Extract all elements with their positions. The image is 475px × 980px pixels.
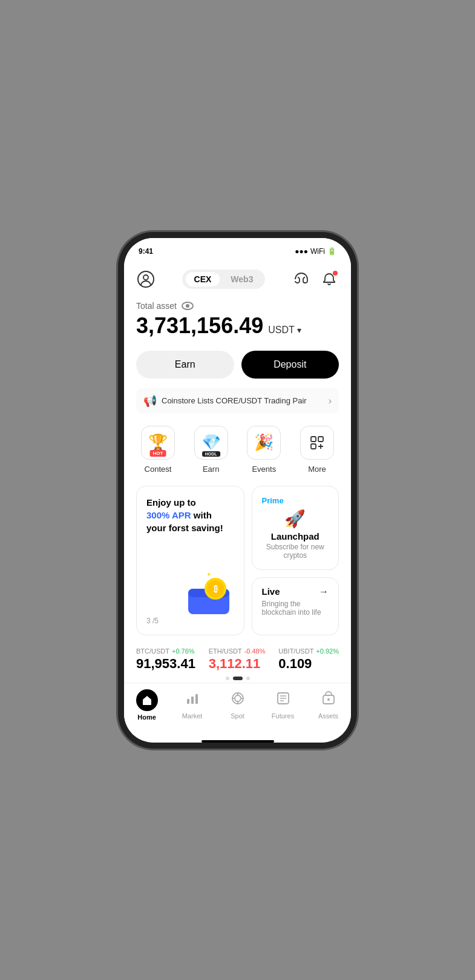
live-header: Live → — [262, 586, 329, 597]
notification-dot — [333, 271, 338, 276]
earn-label: Earn — [203, 465, 219, 474]
feature-cards: Enjoy up to 300% APR with your forst sav… — [136, 486, 339, 635]
home-label: Home — [137, 713, 156, 721]
menu-item-earn[interactable]: 💎 HODL Earn — [189, 426, 233, 474]
page-indicator — [136, 677, 339, 680]
eth-change: -0.48% — [244, 647, 266, 655]
more-label: More — [308, 465, 326, 474]
nav-market[interactable]: Market — [174, 690, 211, 720]
visibility-icon[interactable] — [182, 302, 194, 310]
savings-card-text: Enjoy up to 300% APR with your forst sav… — [146, 496, 234, 534]
support-icon[interactable] — [292, 270, 311, 289]
live-title: Live — [262, 586, 280, 597]
megaphone-icon: 📢 — [143, 394, 157, 408]
status-bar: 9:41 ●●● WiFi 🔋 — [124, 238, 351, 265]
live-subtitle: Bringing the blockchain into life — [262, 600, 329, 617]
events-label: Events — [252, 465, 276, 474]
menu-item-more[interactable]: More — [295, 426, 339, 474]
quick-menu: 🏆 HOT Contest 💎 HODL Earn 🎉 Events — [136, 426, 339, 474]
ticker-row: BTC/USDT +0.76% 91,953.41 ETH/USDT -0.48… — [136, 647, 339, 672]
nav-home[interactable]: Home — [129, 689, 165, 721]
app-header: CEX Web3 — [124, 265, 351, 296]
assets-icon — [321, 690, 336, 710]
svg-rect-4 — [311, 444, 316, 449]
futures-icon — [275, 690, 291, 710]
svg-rect-3 — [318, 437, 323, 442]
earn-icon-box: 💎 HODL — [194, 426, 228, 460]
dot-1 — [226, 677, 229, 680]
total-asset-amount: 3,731,156.49 USDT ▾ — [136, 313, 339, 339]
contest-label: Contest — [145, 465, 172, 474]
market-label: Market — [182, 712, 203, 720]
svg-text:✦: ✦ — [206, 571, 211, 578]
svg-rect-14 — [195, 694, 198, 704]
eth-price: 3,112.11 — [209, 656, 266, 672]
market-icon — [185, 690, 200, 710]
ticker-ubit[interactable]: UBIT/USDT +0.92% 0.109 — [278, 647, 339, 672]
svg-rect-13 — [191, 697, 194, 704]
arrow-right-icon: → — [319, 586, 329, 597]
more-icon-box — [300, 426, 334, 460]
svg-rect-2 — [311, 437, 316, 442]
notification-icon[interactable] — [319, 270, 339, 289]
wallet-illustration: ✦ ✦ ₿ — [182, 571, 237, 626]
ubit-change: +0.92% — [316, 647, 339, 655]
hot-badge: HOT — [150, 450, 166, 457]
action-buttons: Earn Deposit — [136, 351, 339, 379]
contest-icon-box: 🏆 HOT — [141, 426, 175, 460]
svg-point-0 — [138, 271, 154, 287]
eth-pair: ETH/USDT — [209, 647, 242, 655]
futures-label: Futures — [272, 712, 294, 720]
announcement-text: Coinstore Lists CORE/USDT Trading Pair — [162, 396, 307, 405]
svg-point-1 — [143, 275, 148, 280]
nav-spot[interactable]: Spot — [220, 690, 256, 720]
bottom-navigation: Home Market — [124, 683, 351, 735]
prime-label: Prime — [262, 496, 284, 505]
svg-rect-12 — [187, 699, 189, 704]
total-asset-label: Total asset — [136, 301, 339, 311]
nav-futures[interactable]: Futures — [265, 690, 301, 720]
menu-item-contest[interactable]: 🏆 HOT Contest — [136, 426, 180, 474]
nav-assets[interactable]: Assets — [310, 690, 347, 720]
deposit-button[interactable]: Deposit — [241, 351, 339, 379]
assets-label: Assets — [318, 712, 338, 720]
spot-label: Spot — [231, 712, 244, 720]
dot-3 — [246, 677, 250, 680]
launchpad-title: Launchpad — [271, 531, 319, 541]
launchpad-subtitle: Subscribe for new cryptos — [262, 543, 329, 560]
dot-2 — [233, 677, 243, 680]
cex-tab[interactable]: CEX — [186, 272, 220, 286]
btc-pair: BTC/USDT — [136, 647, 169, 655]
announcement-bar[interactable]: 📢 Coinstore Lists CORE/USDT Trading Pair… — [136, 388, 339, 414]
web3-tab[interactable]: Web3 — [222, 272, 261, 286]
currency-label: USDT ▾ — [268, 325, 301, 336]
ticker-btc[interactable]: BTC/USDT +0.76% 91,953.41 — [136, 647, 195, 672]
svg-point-26 — [327, 698, 330, 701]
rocket-icon: 🚀 — [284, 509, 306, 529]
announcement-content: 📢 Coinstore Lists CORE/USDT Trading Pair — [143, 394, 307, 408]
card-pagination: 3 /5 — [146, 617, 159, 625]
ticker-eth[interactable]: ETH/USDT -0.48% 3,112.11 — [209, 647, 266, 672]
spot-icon — [230, 690, 246, 710]
events-icon-box: 🎉 — [247, 426, 281, 460]
ubit-price: 0.109 — [278, 656, 339, 672]
header-actions — [292, 270, 339, 289]
btc-price: 91,953.41 — [136, 656, 195, 672]
svg-text:₿: ₿ — [213, 584, 217, 594]
menu-item-events[interactable]: 🎉 Events — [242, 426, 286, 474]
live-card[interactable]: Live → Bringing the blockchain into life — [252, 577, 339, 635]
btc-change: +0.76% — [172, 647, 195, 655]
profile-icon[interactable] — [136, 270, 156, 289]
main-content: Total asset 3,731,156.49 USDT ▾ Earn Dep… — [124, 296, 351, 683]
exchange-toggle[interactable]: CEX Web3 — [182, 270, 266, 289]
savings-card[interactable]: Enjoy up to 300% APR with your forst sav… — [136, 486, 244, 635]
svg-point-16 — [235, 695, 241, 701]
hodl-badge: HODL — [202, 451, 220, 457]
home-indicator — [201, 740, 274, 743]
right-cards: Prime 🚀 Launchpad Subscribe for new cryp… — [252, 486, 339, 635]
chevron-right-icon: › — [329, 396, 332, 406]
ubit-pair: UBIT/USDT — [278, 647, 313, 655]
earn-button[interactable]: Earn — [136, 351, 234, 379]
home-icon — [136, 689, 158, 711]
launchpad-card[interactable]: Prime 🚀 Launchpad Subscribe for new cryp… — [252, 486, 339, 570]
